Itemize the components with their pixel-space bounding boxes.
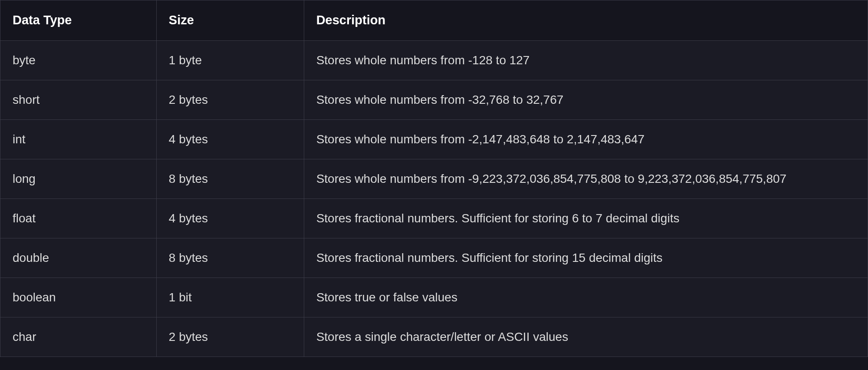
cell-size: 8 bytes [156, 159, 304, 198]
table-row: double 8 bytes Stores fractional numbers… [0, 238, 868, 278]
cell-size: 1 bit [156, 278, 304, 317]
cell-desc: Stores whole numbers from -9,223,372,036… [304, 159, 868, 198]
table-header-row: Data Type Size Description [0, 0, 868, 41]
table-row: int 4 bytes Stores whole numbers from -2… [0, 119, 868, 159]
cell-desc: Stores true or false values [304, 278, 868, 317]
cell-type: long [0, 159, 157, 198]
cell-desc: Stores whole numbers from -128 to 127 [304, 40, 868, 80]
table-row: float 4 bytes Stores fractional numbers.… [0, 198, 868, 238]
table-row: long 8 bytes Stores whole numbers from -… [0, 159, 868, 198]
cell-size: 8 bytes [156, 238, 304, 278]
cell-type: float [0, 198, 157, 238]
data-types-table: Data Type Size Description byte 1 byte S… [0, 0, 868, 357]
cell-type: int [0, 119, 157, 159]
table-row: char 2 bytes Stores a single character/l… [0, 317, 868, 357]
cell-desc: Stores whole numbers from -32,768 to 32,… [304, 80, 868, 119]
cell-desc: Stores a single character/letter or ASCI… [304, 317, 868, 357]
cell-size: 2 bytes [156, 80, 304, 119]
cell-size: 4 bytes [156, 198, 304, 238]
header-data-type: Data Type [0, 0, 157, 41]
cell-size: 2 bytes [156, 317, 304, 357]
cell-size: 4 bytes [156, 119, 304, 159]
cell-desc: Stores fractional numbers. Sufficient fo… [304, 198, 868, 238]
cell-type: char [0, 317, 157, 357]
table-row: boolean 1 bit Stores true or false value… [0, 278, 868, 317]
cell-type: short [0, 80, 157, 119]
header-description: Description [304, 0, 868, 41]
cell-type: boolean [0, 278, 157, 317]
cell-desc: Stores fractional numbers. Sufficient fo… [304, 238, 868, 278]
table-row: byte 1 byte Stores whole numbers from -1… [0, 40, 868, 80]
cell-type: double [0, 238, 157, 278]
cell-size: 1 byte [156, 40, 304, 80]
table-row: short 2 bytes Stores whole numbers from … [0, 80, 868, 119]
cell-type: byte [0, 40, 157, 80]
cell-desc: Stores whole numbers from -2,147,483,648… [304, 119, 868, 159]
header-size: Size [156, 0, 304, 41]
